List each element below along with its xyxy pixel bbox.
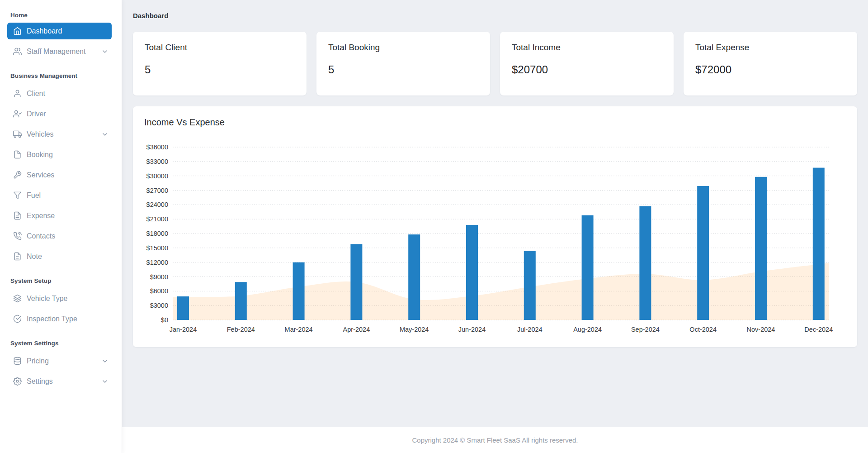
file-icon [13,150,22,159]
y-tick-label: $3000 [150,302,168,309]
sidebar-nav: HomeDashboardStaff ManagementBusiness Ma… [0,12,122,391]
sidebar-item-vehicle-type[interactable]: Vehicle Type [0,288,122,309]
income-bar-Dec-2024[interactable] [813,168,825,320]
sidebar-item-label: Client [27,90,45,98]
y-tick-label: $15000 [146,244,168,252]
file-text-icon [13,211,22,220]
chart-card: Income Vs Expense $36000$33000$30000$270… [133,106,857,347]
income-bar-Oct-2024[interactable] [697,186,709,320]
funnel-icon [13,191,22,200]
layers-icon [13,294,22,303]
x-tick-label: Jul-2024 [517,326,542,333]
sidebar-item-booking[interactable]: Booking [0,144,122,165]
sidebar-item-fuel[interactable]: Fuel [0,185,122,205]
income-bar-May-2024[interactable] [408,234,420,320]
x-tick-label: Jun-2024 [458,326,486,333]
x-tick-label: Sep-2024 [631,326,660,333]
y-tick-label: $21000 [146,215,168,223]
copyright-text: Copyright 2024 © Smart Fleet SaaS All ri… [412,436,578,444]
stat-card-value: $72000 [695,63,845,76]
wrench-icon [13,171,22,180]
sidebar-item-label: Settings [27,377,53,386]
sidebar-item-expense[interactable]: Expense [0,205,122,226]
nav-section-home: Home [0,12,122,19]
sidebar-item-label: Dashboard [27,27,62,35]
income-bar-Feb-2024[interactable] [235,282,247,320]
sidebar-item-driver[interactable]: Driver [0,104,122,124]
sidebar: HomeDashboardStaff ManagementBusiness Ma… [0,0,122,453]
database-icon [13,357,22,366]
income-expense-chart: $36000$33000$30000$27000$24000$21000$180… [133,106,857,347]
sidebar-item-inspection-type[interactable]: Inspection Type [0,309,122,329]
stat-card-label: Total Client [145,43,295,52]
stat-card-value: 5 [145,63,295,76]
income-bar-Jan-2024[interactable] [177,296,189,320]
users-icon [13,47,22,56]
x-tick-label: Mar-2024 [285,326,313,333]
app-root: { "header": { "title": "Dashboard" }, "s… [0,0,868,453]
income-bar-Jun-2024[interactable] [466,225,478,320]
stat-card-value: $20700 [512,63,662,76]
y-tick-label: $18000 [146,230,168,237]
sidebar-item-vehicles[interactable]: Vehicles [0,124,122,144]
main-content: Dashboard Total Client 5 Total Booking 5… [122,0,868,427]
nav-section-system-settings: System Settings [0,340,122,347]
y-tick-label: $12000 [146,259,168,266]
sidebar-item-label: Fuel [27,191,41,200]
sidebar-item-dashboard[interactable]: Dashboard [7,23,112,39]
sidebar-item-note[interactable]: Note [0,246,122,267]
y-tick-label: $27000 [146,187,168,194]
y-tick-label: $6000 [150,287,168,295]
income-bar-Nov-2024[interactable] [755,177,767,320]
stat-card-total-expense: Total Expense $72000 [684,32,857,95]
stat-card-value: 5 [328,63,478,76]
x-tick-label: Apr-2024 [343,326,370,333]
truck-icon [13,130,22,139]
sidebar-item-label: Expense [27,212,55,220]
stat-card-label: Total Expense [695,43,845,52]
income-bar-Mar-2024[interactable] [293,262,305,320]
sidebar-item-label: Note [27,253,42,261]
user-icon [13,89,22,98]
check-circle-icon [13,315,22,324]
income-bar-Jul-2024[interactable] [524,251,536,320]
sidebar-item-label: Booking [27,151,53,159]
note-icon [13,252,22,261]
income-bar-Apr-2024[interactable] [350,244,362,320]
y-tick-label: $33000 [146,158,168,165]
x-tick-label: Nov-2024 [747,326,775,333]
sidebar-item-label: Pricing [27,357,49,365]
stat-cards-row: Total Client 5 Total Booking 5 Total Inc… [133,32,857,95]
y-tick-label: $0 [161,316,168,324]
sidebar-item-settings[interactable]: Settings [0,371,122,391]
x-tick-label: Aug-2024 [573,326,602,333]
y-tick-label: $36000 [146,143,168,151]
page-title: Dashboard [133,12,857,19]
nav-section-business-management: Business Management [0,72,122,79]
phone-icon [13,232,22,241]
main-area: Dashboard Total Client 5 Total Booking 5… [122,0,868,453]
sidebar-item-contacts[interactable]: Contacts [0,226,122,246]
y-tick-label: $9000 [150,273,168,281]
sidebar-item-label: Staff Management [27,48,85,56]
income-bar-Sep-2024[interactable] [639,206,651,320]
sidebar-item-label: Vehicles [27,130,54,138]
sidebar-item-label: Vehicle Type [27,295,67,303]
expense-area-series [173,263,829,320]
home-icon [13,27,22,36]
chevron-down-icon [101,378,108,385]
gear-icon [13,377,22,386]
sidebar-item-label: Services [27,171,54,179]
sidebar-item-label: Inspection Type [27,315,77,323]
income-bar-Aug-2024[interactable] [582,215,594,320]
chevron-down-icon [101,131,108,138]
stat-card-label: Total Income [512,43,662,52]
sidebar-item-staff-management[interactable]: Staff Management [0,41,122,62]
sidebar-item-client[interactable]: Client [0,83,122,104]
sidebar-item-services[interactable]: Services [0,165,122,185]
sidebar-item-label: Driver [27,110,46,118]
sidebar-item-label: Contacts [27,232,55,240]
x-tick-label: Feb-2024 [227,326,255,333]
sidebar-item-pricing[interactable]: Pricing [0,351,122,371]
chevron-down-icon [101,48,108,55]
